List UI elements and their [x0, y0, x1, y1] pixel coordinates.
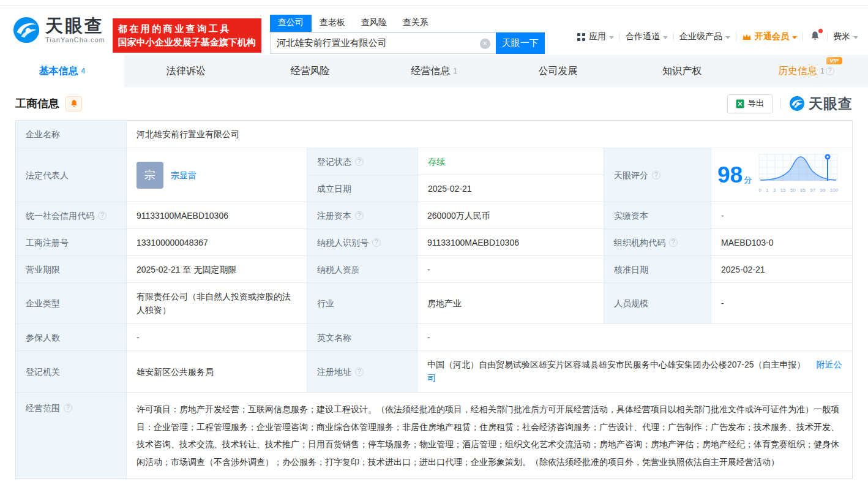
menu-open-vip[interactable]: 开通会员 — [742, 31, 797, 42]
business-term-label: 营业期限 — [16, 256, 126, 282]
search-tab-relation[interactable]: 查关系 — [395, 15, 436, 32]
industry-label: 行业 — [307, 283, 417, 323]
tick: 97 — [810, 184, 815, 197]
help-icon[interactable]: ? — [372, 238, 381, 247]
tick: 15 — [780, 184, 786, 197]
search-input[interactable] — [271, 33, 496, 53]
help-icon[interactable]: ? — [355, 368, 364, 376]
tick: 1 — [766, 184, 768, 197]
reg-capital-value: 260000万人民币 — [417, 202, 604, 228]
tab-company-development[interactable]: 公司发展 — [496, 55, 620, 87]
search-tab-boss[interactable]: 查老板 — [312, 15, 353, 32]
watermark-title: 天眼查 — [809, 94, 853, 113]
legal-rep-value: 宗 宗显雷 — [126, 148, 307, 202]
taxpayer-quality-label: 纳税人资质 — [307, 256, 417, 282]
menu-divider — [827, 32, 828, 41]
help-icon[interactable]: ? — [355, 157, 364, 166]
clear-icon[interactable]: × — [480, 39, 490, 49]
tab-label: 法律诉讼 — [166, 65, 206, 78]
menu-apps-label: 应用 — [589, 31, 606, 42]
business-info-table: 企业名称 河北雄安前行置业有限公司 法定代表人 宗 宗显雷 登记状态 ? 存续 … — [15, 120, 853, 479]
insured-num-label: 参保人数 — [16, 324, 126, 350]
apps-grid-icon — [577, 32, 586, 42]
search-tab-risk[interactable]: 查风险 — [353, 15, 395, 32]
section-header: 工商信息 导出 — [15, 87, 853, 120]
menu-partner[interactable]: 合作通道 — [626, 31, 668, 42]
taxpayer-quality-value: - — [417, 256, 604, 282]
legal-rep-label: 法定代表人 — [16, 148, 126, 202]
credit-code-label: 统一社会信用代码 ? — [16, 202, 126, 228]
tab-basic-info[interactable]: 基本信息 4 — [0, 55, 124, 87]
score-label: 天眼评分 ? — [604, 148, 711, 202]
watermark-logo: 天眼查 — [789, 94, 853, 113]
table-row-credit-code: 统一社会信用代码 ? 91133100MAEBD10306 注册资本 ? 260… — [16, 202, 852, 228]
score-number: 98 — [717, 162, 743, 187]
legal-rep-avatar[interactable]: 宗 — [137, 162, 163, 189]
tab-history-info[interactable]: VIP 历史信息 1 ? — [744, 55, 868, 87]
tick: 85 — [800, 184, 806, 197]
menu-user[interactable]: 费米 — [833, 31, 858, 42]
notification-bell[interactable] — [810, 31, 820, 43]
english-name-label: 英文名称 — [307, 324, 417, 350]
taxpayer-no-value: 91133100MAEBD10306 — [417, 229, 604, 255]
menu-enterprise-label: 企业级产品 — [679, 31, 722, 42]
company-name-label: 企业名称 — [16, 121, 126, 148]
tab-label: 知识产权 — [662, 65, 702, 78]
vip-badge: VIP — [826, 57, 843, 64]
help-icon[interactable]: ? — [652, 171, 660, 179]
tab-label: 经营风险 — [290, 65, 329, 78]
insured-num-value: - — [126, 324, 307, 350]
tick: 100 — [830, 184, 838, 197]
bell-curve-chart — [758, 153, 839, 183]
table-row-reg-authority: 登记机关 雄安新区公共服务局 注册地址 ? 中国（河北）自由贸易试验区雄安片区容… — [16, 350, 852, 392]
help-icon[interactable]: ? — [355, 211, 364, 220]
tianyancha-logo[interactable]: 天眼查 TianYanCha.com — [12, 16, 105, 44]
label-text: 登记状态 — [317, 155, 351, 168]
status-date-group: 登记状态 ? 存续 成立日期 2025-02-21 — [307, 148, 604, 202]
tab-count: 1 — [820, 67, 825, 75]
help-icon[interactable]: ? — [669, 238, 678, 247]
help-icon[interactable]: ? — [826, 67, 834, 75]
search-tab-company[interactable]: 查公司 — [270, 15, 312, 32]
legal-rep-link[interactable]: 宗显雷 — [171, 168, 196, 182]
reg-status-value: 存续 — [417, 148, 604, 175]
subscribe-bell-button[interactable] — [65, 96, 82, 111]
search-input-wrap: × — [270, 32, 496, 54]
table-row-company-name: 企业名称 河北雄安前行置业有限公司 — [16, 121, 852, 148]
crown-icon — [742, 33, 752, 41]
label-text: 天眼评分 — [614, 168, 648, 182]
tab-count: 4 — [81, 67, 85, 75]
search-button[interactable]: 天眼一下 — [496, 32, 545, 54]
label-text: 组织机构代码 — [614, 236, 665, 249]
menu-enterprise[interactable]: 企业级产品 — [679, 31, 730, 42]
help-icon[interactable]: ? — [98, 211, 107, 220]
slogan-line1: 都在用的商业查询工具 — [118, 22, 256, 36]
table-row-reg-no: 工商注册号 133100000048367 纳税人识别号 ? 91133100M… — [16, 228, 852, 255]
approve-date-value: 2025-02-21 — [711, 256, 852, 282]
establish-date-label: 成立日期 — [307, 175, 417, 202]
main-content: 工商信息 导出 — [0, 87, 868, 479]
logo-text: 天眼查 TianYanCha.com — [45, 17, 105, 43]
table-row-company-type: 企业类型 有限责任公司（非自然人投资或控股的法人独资） 行业 房地产业 人员规模… — [16, 282, 852, 323]
paid-capital-value: - — [711, 202, 852, 228]
chevron-down-icon — [853, 36, 858, 39]
tab-intellectual-property[interactable]: 知识产权 — [620, 55, 744, 87]
help-icon[interactable]: ? — [64, 404, 72, 412]
tab-business-risk[interactable]: 经营风险 — [248, 55, 372, 87]
chevron-down-icon — [663, 36, 668, 39]
export-button[interactable]: 导出 — [727, 94, 773, 113]
tab-business-info[interactable]: 经营信息 1 — [372, 55, 496, 87]
tab-legal-lawsuits[interactable]: 法律诉讼 — [124, 55, 249, 87]
establish-date-row: 成立日期 2025-02-21 — [307, 175, 604, 202]
menu-partner-label: 合作通道 — [626, 31, 660, 42]
score-distribution-chart: 0 1 3 15 50 85 97 99 100 — [758, 153, 839, 197]
reg-capital-label: 注册资本 ? — [307, 202, 417, 228]
staff-size-label: 人员规模 — [604, 283, 711, 323]
menu-apps[interactable]: 应用 — [577, 31, 614, 42]
logo-title: 天眼查 — [45, 17, 105, 35]
label-text: 统一社会信用代码 — [26, 209, 94, 222]
score-number-wrap: 98分 — [717, 163, 752, 187]
reg-address-value: 中国（河北）自由贸易试验区雄安片区容城县雄安市民服务中心雄安集团办公楼207-2… — [417, 351, 852, 392]
divider — [780, 98, 781, 109]
reg-authority-value: 雄安新区公共服务局 — [126, 351, 307, 392]
